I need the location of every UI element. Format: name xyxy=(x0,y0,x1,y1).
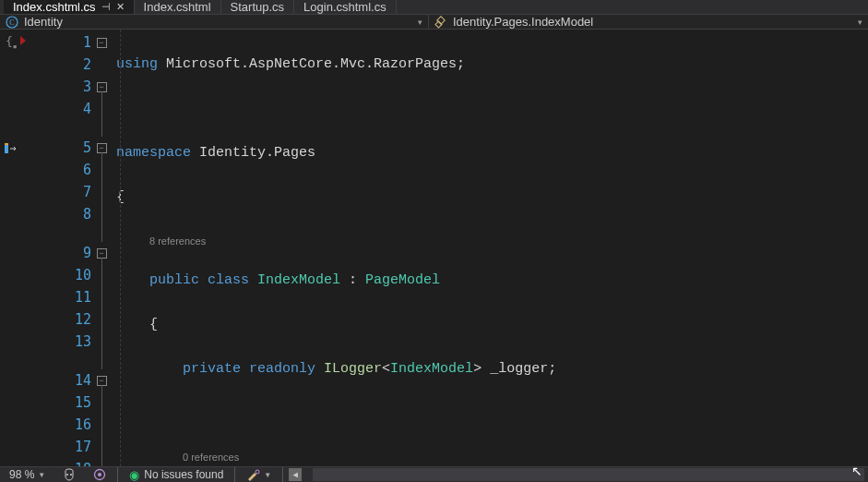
outlining-margin[interactable]: − − − − − xyxy=(92,30,111,466)
editor-status-bar: 98 % ▼ ◉ No issues found ▼ ◄ xyxy=(0,466,868,482)
code-editor[interactable]: {▪ 1 2 3 4 5 6 7 8 9 10 11 12 13 14 15 1… xyxy=(0,30,868,466)
tab-label: Index.cshtml.cs xyxy=(13,0,96,14)
line-number: 15 xyxy=(28,392,91,414)
line-number: 1 xyxy=(28,31,91,54)
identifier: Identity.Pages xyxy=(199,145,315,161)
svg-rect-4 xyxy=(5,144,8,153)
horizontal-scrollbar[interactable] xyxy=(313,468,864,481)
line-number: 12 xyxy=(28,308,91,331)
codelens-references[interactable]: 0 references xyxy=(183,450,239,466)
tab-label: Startup.cs xyxy=(231,0,285,14)
change-marker-icon xyxy=(20,36,26,45)
chevron-down-icon: ▾ xyxy=(858,18,862,27)
project-dropdown[interactable]: C Identity ▾ xyxy=(0,15,429,29)
line-number: 18 xyxy=(28,458,91,466)
line-number: 2 xyxy=(28,54,91,76)
check-icon: ◉ xyxy=(129,468,139,482)
keyword: namespace xyxy=(116,145,191,161)
line-number: 5 xyxy=(28,137,91,159)
tab-startup-cs[interactable]: Startup.cs xyxy=(221,0,295,14)
tab-bar: Index.cshtml.cs ⊣ ✕ Index.cshtml Startup… xyxy=(0,0,868,15)
svg-point-6 xyxy=(66,474,68,476)
indicator-margin[interactable]: {▪ xyxy=(0,30,28,466)
tab-index-cshtml-cs[interactable]: Index.cshtml.cs ⊣ ✕ xyxy=(4,0,135,14)
fold-toggle[interactable]: − xyxy=(97,82,107,92)
codelens-references[interactable]: 8 references xyxy=(149,234,206,250)
line-number: 4 xyxy=(28,98,91,120)
zoom-level: 98 % xyxy=(9,468,34,481)
csharp-project-icon: C xyxy=(6,16,18,29)
fold-toggle[interactable]: − xyxy=(97,38,107,48)
class-icon xyxy=(434,16,447,29)
screwdriver-icon[interactable]: ▼ xyxy=(241,467,277,482)
project-name: Identity xyxy=(24,15,63,29)
issues-text: No issues found xyxy=(144,468,223,481)
line-number: 7 xyxy=(28,181,91,203)
chevron-down-icon: ▾ xyxy=(418,18,422,27)
svg-text:C: C xyxy=(9,18,14,27)
close-icon[interactable]: ✕ xyxy=(116,1,125,13)
separator xyxy=(234,467,235,482)
type-dropdown[interactable]: Identity.Pages.IndexModel ▾ xyxy=(429,15,868,29)
line-number: 14 xyxy=(28,369,91,392)
tab-label: Index.cshtml xyxy=(144,0,211,14)
namespace-collapse-icon: {▪ xyxy=(6,34,18,51)
error-status[interactable]: ◉ No issues found xyxy=(124,467,229,482)
tab-login-cshtml-cs[interactable]: Login.cshtml.cs xyxy=(294,0,397,14)
svg-point-7 xyxy=(70,474,72,476)
svg-rect-5 xyxy=(5,143,8,145)
tab-index-cshtml[interactable]: Index.cshtml xyxy=(135,0,221,14)
fold-toggle[interactable]: − xyxy=(97,376,107,386)
svg-point-9 xyxy=(98,473,101,476)
code-text-area[interactable]: using Microsoft.AspNetCore.Mvc.RazorPage… xyxy=(111,30,868,466)
line-number: 10 xyxy=(28,264,91,286)
line-number: 11 xyxy=(28,286,91,308)
zoom-control[interactable]: 98 % ▼ xyxy=(4,467,51,482)
scroll-left-button[interactable]: ◄ xyxy=(289,468,302,481)
svg-point-10 xyxy=(256,470,259,474)
pin-icon[interactable]: ⊣ xyxy=(101,1,111,13)
line-number: 6 xyxy=(28,159,91,181)
line-number-gutter[interactable]: 1 2 3 4 5 6 7 8 9 10 11 12 13 14 15 16 1… xyxy=(28,30,92,466)
chevron-down-icon: ▼ xyxy=(38,471,45,479)
separator xyxy=(117,467,118,482)
navigation-bar: C Identity ▾ Identity.Pages.IndexModel ▾ xyxy=(0,15,868,30)
copilot-icon[interactable] xyxy=(56,467,82,482)
fold-toggle[interactable]: − xyxy=(97,143,107,153)
chevron-down-icon: ▼ xyxy=(264,471,271,479)
line-number: 16 xyxy=(28,414,91,436)
intellicode-icon[interactable] xyxy=(88,467,112,482)
type-name: Identity.Pages.IndexModel xyxy=(453,15,593,29)
line-number: 3 xyxy=(28,76,91,98)
separator xyxy=(282,467,283,482)
fold-toggle[interactable]: − xyxy=(97,248,107,259)
line-number: 17 xyxy=(28,436,91,458)
line-number: 9 xyxy=(28,242,91,264)
tab-label: Login.cshtml.cs xyxy=(303,0,386,14)
line-number: 13 xyxy=(28,331,91,353)
line-number: 8 xyxy=(28,203,91,225)
track-changes-icon[interactable] xyxy=(3,142,19,155)
